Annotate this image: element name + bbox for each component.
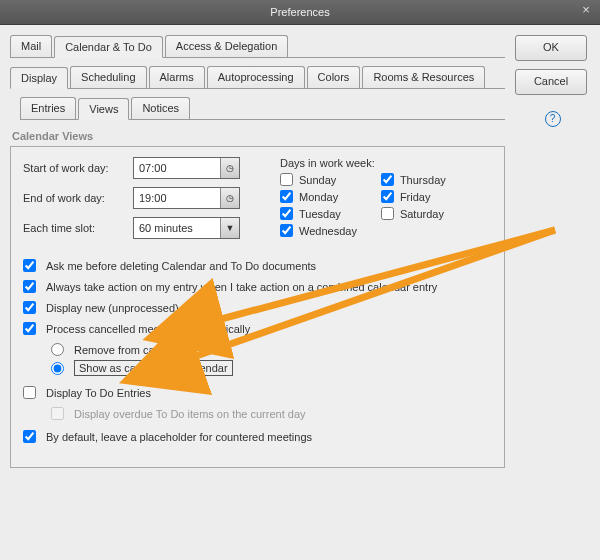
opt-always-take-checkbox[interactable]	[23, 280, 36, 293]
day-friday-checkbox[interactable]	[381, 190, 394, 203]
days-title: Days in work week:	[280, 157, 446, 169]
subtab-autoprocessing[interactable]: Autoprocessing	[207, 66, 305, 88]
tab-mail[interactable]: Mail	[10, 35, 52, 57]
innertab-views[interactable]: Views	[78, 98, 129, 120]
time-slot-select[interactable]: 60 minutes ▼	[133, 217, 240, 239]
day-saturday-checkbox[interactable]	[381, 207, 394, 220]
chevron-down-icon[interactable]: ▼	[220, 218, 239, 238]
slot-label: Each time slot:	[23, 222, 133, 234]
innertab-entries[interactable]: Entries	[20, 97, 76, 119]
day-friday[interactable]: Friday	[381, 190, 446, 203]
tab-access-delegation[interactable]: Access & Delegation	[165, 35, 289, 57]
start-time-input[interactable]: 07:00 ◷	[133, 157, 240, 179]
day-thursday[interactable]: Thursday	[381, 173, 446, 186]
opt-display-overdue-checkbox	[51, 407, 64, 420]
inner-tabbar: Entries Views Notices	[20, 97, 505, 120]
day-sunday-checkbox[interactable]	[280, 173, 293, 186]
opt-placeholder-label: By default, leave a placeholder for coun…	[46, 431, 312, 443]
main-tabbar: Mail Calendar & To Do Access & Delegatio…	[10, 35, 505, 58]
clock-icon[interactable]: ◷	[220, 188, 239, 208]
opt-process-cancelled-label: Process cancelled meetings automatically	[46, 323, 250, 335]
cancel-button[interactable]: Cancel	[515, 69, 587, 95]
day-sunday[interactable]: Sunday	[280, 173, 357, 186]
opt-remove-from-label: Remove from calendar	[74, 344, 185, 356]
opt-display-todo-label: Display To Do Entries	[46, 387, 151, 399]
window-titlebar: Preferences ×	[0, 0, 600, 25]
close-icon[interactable]: ×	[578, 3, 594, 19]
sub-tabbar: Display Scheduling Alarms Autoprocessing…	[10, 66, 505, 89]
day-monday[interactable]: Monday	[280, 190, 357, 203]
innertab-notices[interactable]: Notices	[131, 97, 190, 119]
day-saturday[interactable]: Saturday	[381, 207, 446, 220]
day-monday-checkbox[interactable]	[280, 190, 293, 203]
section-title: Calendar Views	[12, 130, 505, 142]
opt-remove-from-radio[interactable]	[51, 343, 64, 356]
calendar-views-panel: Start of work day: 07:00 ◷ End of work d…	[10, 146, 505, 468]
end-label: End of work day:	[23, 192, 133, 204]
day-tuesday[interactable]: Tuesday	[280, 207, 357, 220]
clock-icon[interactable]: ◷	[220, 158, 239, 178]
opt-show-cancelled-label: Show as cancelled in calendar	[74, 360, 233, 376]
opt-show-cancelled-radio[interactable]	[51, 362, 64, 375]
opt-ask-delete-label: Ask me before deleting Calendar and To D…	[46, 260, 316, 272]
day-wednesday[interactable]: Wednesday	[280, 224, 357, 237]
start-label: Start of work day:	[23, 162, 133, 174]
opt-display-todo-checkbox[interactable]	[23, 386, 36, 399]
opt-always-take-label: Always take action on my entry when I ta…	[46, 281, 437, 293]
opt-process-cancelled-checkbox[interactable]	[23, 322, 36, 335]
subtab-rooms-resources[interactable]: Rooms & Resources	[362, 66, 485, 88]
opt-display-new-checkbox[interactable]	[23, 301, 36, 314]
opt-ask-delete-checkbox[interactable]	[23, 259, 36, 272]
opt-placeholder-checkbox[interactable]	[23, 430, 36, 443]
tab-calendar-todo[interactable]: Calendar & To Do	[54, 36, 163, 58]
day-tuesday-checkbox[interactable]	[280, 207, 293, 220]
subtab-colors[interactable]: Colors	[307, 66, 361, 88]
opt-display-new-label: Display new (unprocessed) notices	[46, 302, 217, 314]
subtab-alarms[interactable]: Alarms	[149, 66, 205, 88]
opt-display-overdue-label: Display overdue To Do items on the curre…	[74, 408, 306, 420]
subtab-scheduling[interactable]: Scheduling	[70, 66, 146, 88]
window-title: Preferences	[270, 6, 329, 18]
subtab-display[interactable]: Display	[10, 67, 68, 89]
ok-button[interactable]: OK	[515, 35, 587, 61]
help-icon[interactable]: ?	[545, 111, 561, 127]
day-thursday-checkbox[interactable]	[381, 173, 394, 186]
day-wednesday-checkbox[interactable]	[280, 224, 293, 237]
end-time-input[interactable]: 19:00 ◷	[133, 187, 240, 209]
